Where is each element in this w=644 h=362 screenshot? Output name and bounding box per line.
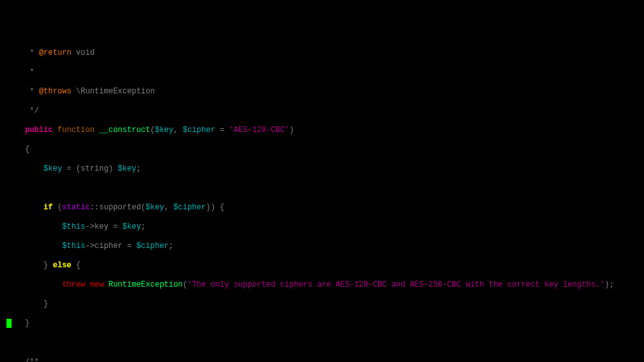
code-line: /** <box>0 357 644 362</box>
code-line: if (static::supported($key, $cipher)) { <box>0 203 644 213</box>
code-line: */ <box>0 106 644 116</box>
code-line: * <box>0 68 644 77</box>
code-line: throw new RuntimeException('The only sup… <box>0 280 644 290</box>
code-editor[interactable]: * @return void * * @throws \RuntimeExcep… <box>0 39 644 362</box>
code-line: } <box>0 319 644 329</box>
code-line: * @return void <box>0 48 644 58</box>
code-line: public function __construct($key, $ciphe… <box>0 126 644 135</box>
text-cursor <box>6 319 12 328</box>
code-line: } else { <box>0 261 644 271</box>
code-line: * @throws \RuntimeException <box>0 87 644 97</box>
code-line: $this->key = $key; <box>0 222 644 232</box>
code-line: } <box>0 300 644 309</box>
code-line: $key = (string) $key; <box>0 164 644 174</box>
code-line: { <box>0 145 644 155</box>
code-line <box>0 338 644 348</box>
code-line <box>0 184 644 193</box>
code-line: $this->cipher = $cipher; <box>0 242 644 251</box>
